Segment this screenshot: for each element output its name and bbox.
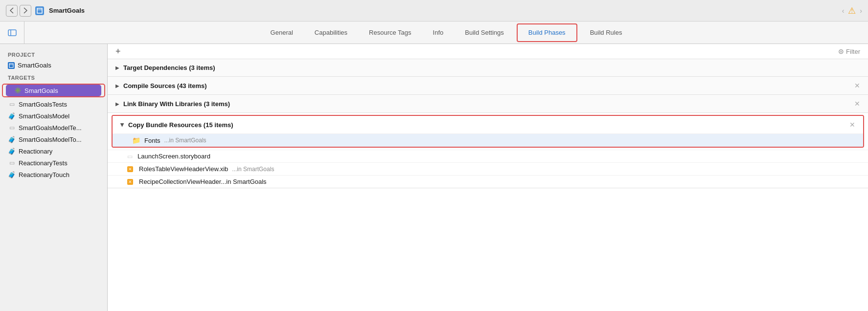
copy-bundle-section: ▶ Copy Bundle Resources (15 items) ✕ 📁 F… — [108, 113, 868, 188]
doc-icon-modelte: ▭ — [8, 124, 16, 132]
add-phase-button[interactable]: + — [115, 47, 121, 56]
tab-capabilities[interactable]: Capabilities — [304, 22, 358, 44]
svg-rect-4 — [9, 64, 13, 67]
sidebar-label-smartgoalsmodelto: SmartGoalsModelTo... — [19, 136, 82, 143]
project-icon — [35, 6, 44, 15]
forward-button[interactable] — [20, 5, 31, 17]
file-name-fonts: Fonts — [144, 137, 160, 144]
filter-button[interactable]: ⊜ Filter — [838, 47, 860, 55]
blueprint-icon — [8, 62, 15, 69]
tab-general[interactable]: General — [260, 22, 304, 44]
filter-label: Filter — [846, 48, 860, 55]
briefcase-icon-model: 🧳 — [8, 112, 16, 120]
tab-build-settings[interactable]: Build Settings — [454, 22, 515, 44]
sidebar-item-smartgoalsmodel[interactable]: 🧳 SmartGoalsModel — [0, 110, 107, 122]
sidebar-item-reactionarytests[interactable]: ▭ ReactionaryTests — [0, 157, 107, 169]
main-area: PROJECT SmartGoals TARGETS ✳️ SmartGoals… — [0, 44, 868, 311]
sidebar-label-smartgoalstests: SmartGoalsTests — [19, 101, 67, 108]
copy-bundle-close-button[interactable]: ✕ — [849, 121, 855, 129]
project-section-label: PROJECT — [0, 48, 107, 60]
titlebar: SmartGoals ‹ ⚠ › — [0, 0, 868, 22]
folder-icon: 📁 — [132, 136, 140, 144]
copy-bundle-title: Copy Bundle Resources (15 items) — [128, 121, 233, 129]
xib-icon2: ✕ — [127, 179, 133, 185]
list-item[interactable]: 📁 Fonts ...in SmartGoals — [113, 133, 863, 147]
content-area: + ⊜ Filter ▶ Target Dependencies (3 item… — [108, 44, 868, 311]
list-item[interactable]: ▭ LaunchScreen.storyboard — [108, 150, 868, 162]
tab-info[interactable]: Info — [422, 22, 455, 44]
sidebar-item-smartgoals-project[interactable]: SmartGoals — [0, 60, 107, 71]
nav-buttons — [6, 5, 31, 17]
targets-section-label: TARGETS — [0, 71, 107, 83]
titlebar-title: SmartGoals — [49, 7, 85, 14]
list-item[interactable]: ✕ RolesTableViewHeaderView.xib ...in Sma… — [108, 162, 868, 175]
link-binary-close-button[interactable]: ✕ — [854, 100, 860, 108]
briefcase-icon-reactionarytouch: 🧳 — [8, 171, 16, 178]
compile-sources-close-button[interactable]: ✕ — [854, 82, 860, 89]
file-name-launch: LaunchScreen.storyboard — [137, 153, 210, 160]
tab-build-phases[interactable]: Build Phases — [517, 23, 577, 42]
tabs: General Capabilities Resource Tags Info … — [24, 22, 868, 44]
sidebar-item-smartgoalstests[interactable]: ▭ SmartGoalsTests — [0, 98, 107, 110]
sunburst-icon: ✳️ — [14, 87, 22, 94]
target-dependencies-section: ▶ Target Dependencies (3 items) — [108, 59, 868, 77]
sidebar-item-reactionary[interactable]: 🧳 Reactionary — [0, 145, 107, 157]
warning-icon: ⚠ — [848, 5, 856, 16]
link-binary-title: Link Binary With Libraries (3 items) — [123, 100, 230, 108]
tab-build-rules[interactable]: Build Rules — [579, 22, 633, 44]
filter-icon: ⊜ — [838, 47, 844, 55]
file-name-recipe: RecipeCollectionViewHeader...in SmartGoa… — [139, 178, 267, 185]
sidebar-label-reactionarytouch: ReactionaryTouch — [19, 171, 69, 178]
sidebar: PROJECT SmartGoals TARGETS ✳️ SmartGoals… — [0, 44, 108, 311]
sidebar-toggle-button[interactable] — [0, 22, 24, 44]
xib-icon: ✕ — [127, 166, 133, 172]
back-button[interactable] — [6, 5, 18, 17]
svg-rect-0 — [37, 8, 42, 13]
sidebar-label-reactionarytests: ReactionaryTests — [19, 159, 68, 167]
sidebar-label-smartgoalsmodel: SmartGoalsModel — [19, 112, 69, 120]
sidebar-item-smartgoals-target[interactable]: ✳️ SmartGoals — [6, 85, 101, 96]
link-binary-section: ▶ Link Binary With Libraries (3 items) ✕ — [108, 95, 868, 113]
compile-sources-title: Compile Sources (43 items) — [123, 82, 207, 89]
target-dependencies-header[interactable]: ▶ Target Dependencies (3 items) — [108, 59, 868, 76]
copy-bundle-header[interactable]: ▶ Copy Bundle Resources (15 items) ✕ — [113, 116, 863, 133]
content-toolbar: + ⊜ Filter — [108, 44, 868, 59]
compile-sources-section: ▶ Compile Sources (43 items) ✕ — [108, 77, 868, 95]
file-name-roles: RolesTableViewHeaderView.xib — [139, 165, 228, 173]
collapse-triangle-copy: ▶ — [120, 123, 125, 127]
file-secondary-roles: ...in SmartGoals — [232, 166, 274, 173]
sidebar-item-reactionarytouch[interactable]: 🧳 ReactionaryTouch — [0, 169, 107, 180]
briefcase-icon-modelto: 🧳 — [8, 135, 16, 143]
collapse-triangle-deps: ▶ — [115, 65, 119, 70]
svg-rect-2 — [8, 30, 16, 36]
tabbar: General Capabilities Resource Tags Info … — [0, 22, 868, 44]
sidebar-project-label: SmartGoals — [18, 62, 51, 69]
right-chevron-icon: › — [860, 7, 862, 15]
sidebar-target-smartgoals-label: SmartGoals — [24, 87, 58, 94]
target-dependencies-title: Target Dependencies (3 items) — [123, 64, 215, 71]
tab-resource-tags[interactable]: Resource Tags — [358, 22, 422, 44]
storyboard-icon: ▭ — [127, 153, 133, 160]
left-chevron-icon: ‹ — [842, 7, 845, 15]
file-secondary-fonts: ...in SmartGoals — [164, 137, 206, 144]
compile-sources-header[interactable]: ▶ Compile Sources (43 items) ✕ — [108, 77, 868, 94]
collapse-triangle-link: ▶ — [115, 101, 119, 107]
list-item[interactable]: ✕ RecipeCollectionViewHeader...in SmartG… — [108, 175, 868, 188]
link-binary-header[interactable]: ▶ Link Binary With Libraries (3 items) ✕ — [108, 95, 868, 112]
collapse-triangle-compile: ▶ — [115, 83, 119, 89]
sidebar-label-reactionary: Reactionary — [19, 148, 52, 155]
sidebar-item-smartgoalsmodelte[interactable]: ▭ SmartGoalsModelTe... — [0, 122, 107, 133]
sidebar-item-smartgoalsmodelto[interactable]: 🧳 SmartGoalsModelTo... — [0, 133, 107, 145]
titlebar-right: ‹ ⚠ › — [842, 5, 862, 16]
copy-bundle-content: 📁 Fonts ...in SmartGoals — [113, 133, 863, 147]
doc-icon-tests: ▭ — [8, 100, 16, 108]
doc-icon-reactionarytests: ▭ — [8, 159, 16, 167]
briefcase-icon-reactionary: 🧳 — [8, 147, 16, 155]
sidebar-label-smartgoalsmodelte: SmartGoalsModelTe... — [19, 124, 82, 132]
